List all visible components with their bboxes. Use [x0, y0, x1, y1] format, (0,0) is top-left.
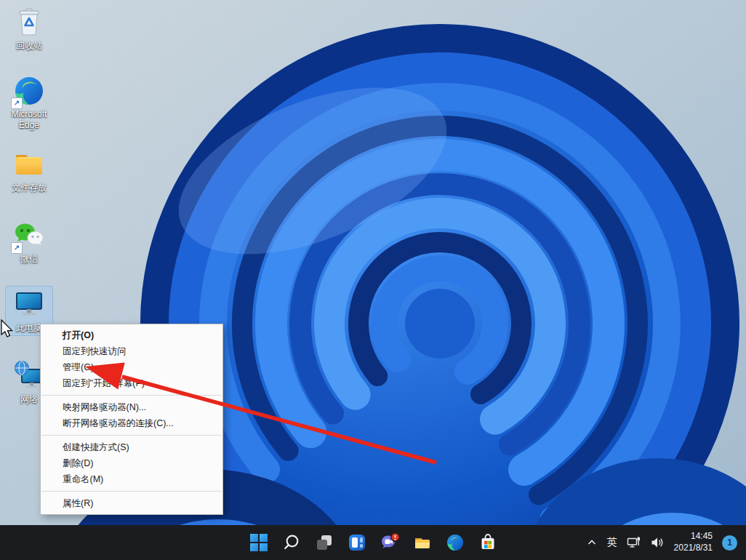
desktop-icon-label: 网络: [20, 394, 38, 405]
this-pc-icon: [12, 288, 46, 321]
wechat-icon: ↗: [12, 219, 46, 252]
store-button[interactable]: [471, 528, 504, 557]
folder-icon: [12, 148, 46, 181]
ime-indicator[interactable]: 英: [607, 536, 617, 549]
menu-item-pin-quick-access[interactable]: 固定到快速访问: [41, 343, 222, 359]
file-explorer-button[interactable]: [406, 528, 438, 557]
menu-item-delete[interactable]: 删除(D): [41, 455, 222, 471]
recycle-bin-icon: [12, 6, 46, 39]
widgets-button[interactable]: [340, 528, 373, 557]
menu-item-map-network-drive[interactable]: 映射网络驱动器(N)...: [41, 399, 222, 415]
desktop-icon-recycle-bin[interactable]: 回收站: [6, 4, 52, 53]
edge-icon: ↗: [12, 74, 46, 108]
chevron-up-icon: [586, 537, 598, 548]
menu-item-manage[interactable]: 管理(G): [41, 359, 222, 375]
shortcut-arrow-icon: ↗: [11, 97, 23, 109]
context-menu: 打开(O) 固定到快速访问 管理(G) 固定到"开始"屏幕(P) 映射网络驱动器…: [40, 324, 223, 515]
tray-chevron-up-button[interactable]: [586, 537, 598, 548]
desktop-icon-label: 文件存放: [12, 183, 47, 193]
windows-start-icon: [249, 533, 268, 552]
desktop-icon-label: 此电脑: [16, 323, 42, 334]
tray-date: 2021/8/31: [674, 543, 713, 554]
tray-network-button[interactable]: [627, 536, 641, 549]
chat-button[interactable]: [373, 528, 406, 557]
menu-item-disconnect-network-drive[interactable]: 断开网络驱动器的连接(C)...: [41, 415, 222, 431]
menu-separator: [41, 395, 222, 396]
task-view-icon: [315, 533, 334, 552]
menu-item-create-shortcut[interactable]: 创建快捷方式(S): [41, 439, 222, 455]
notification-badge[interactable]: 1: [722, 535, 737, 551]
search-button[interactable]: [275, 528, 308, 557]
taskbar: 英 14:45 2021/8/31 1: [0, 525, 746, 560]
volume-icon: [651, 537, 665, 548]
tray-clock[interactable]: 14:45 2021/8/31: [674, 531, 713, 553]
widgets-icon: [348, 533, 366, 552]
tray-time: 14:45: [674, 531, 713, 543]
menu-item-pin-to-start[interactable]: 固定到"开始"屏幕(P): [41, 375, 222, 391]
system-tray: 英 14:45 2021/8/31 1: [586, 525, 737, 560]
store-icon: [478, 533, 497, 552]
desktop-icon-wechat[interactable]: ↗ 微信: [6, 217, 52, 266]
menu-item-properties[interactable]: 属性(R): [41, 495, 222, 511]
shortcut-arrow-icon: ↗: [11, 242, 23, 254]
menu-item-rename[interactable]: 重命名(M): [41, 471, 222, 487]
desktop-icon-label: Microsoft Edge: [6, 109, 52, 131]
taskbar-center: [242, 525, 504, 560]
desktop-icon-files[interactable]: 文件存放: [6, 146, 52, 195]
file-explorer-icon: [413, 533, 432, 552]
menu-separator: [41, 491, 222, 492]
search-icon: [282, 533, 301, 552]
tray-volume-button[interactable]: [651, 537, 665, 548]
desktop-icon-edge[interactable]: ↗ Microsoft Edge: [6, 73, 52, 132]
task-view-button[interactable]: [308, 528, 340, 557]
edge-icon: [446, 533, 465, 552]
chat-icon: [380, 532, 400, 553]
desktop-icon-label: 微信: [20, 254, 38, 265]
desktop-icon-label: 回收站: [16, 41, 42, 52]
start-button[interactable]: [242, 528, 275, 557]
menu-item-open[interactable]: 打开(O): [41, 327, 222, 343]
menu-separator: [41, 435, 222, 436]
edge-button[interactable]: [438, 528, 471, 557]
network-status-icon: [627, 536, 641, 549]
